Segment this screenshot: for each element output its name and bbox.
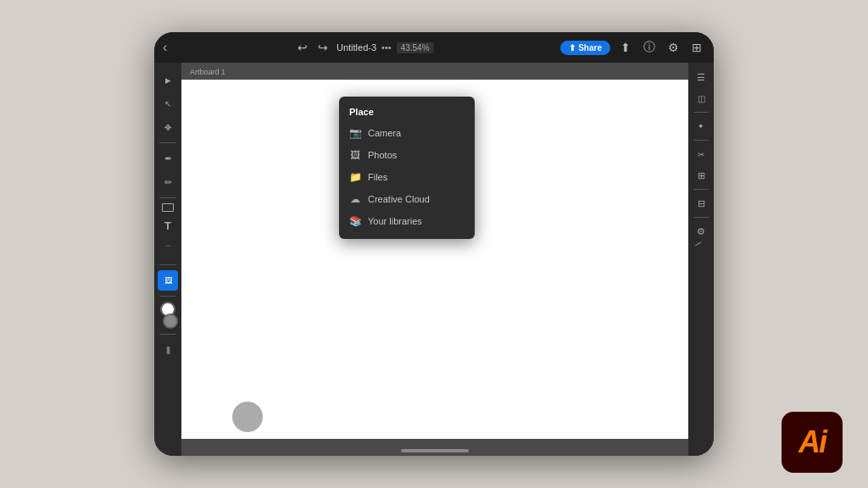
photos-icon: 🖼 — [349, 149, 361, 161]
rtool-layers[interactable]: ◫ — [692, 89, 710, 108]
tool-columns[interactable]: ||| — [158, 340, 178, 360]
main-content: ▸ ↖ ✥ ✒ ✏ T ⌒ 🖼 ||| Artboard 1 Place — [154, 63, 714, 456]
undo-button[interactable]: ↩ — [294, 39, 311, 56]
scroll-handle[interactable] — [232, 402, 263, 432]
rtool-transform[interactable]: ✦ — [692, 117, 710, 136]
document-title[interactable]: Untitled-3 — [337, 42, 376, 53]
tool-place[interactable]: 🖼 — [158, 270, 178, 291]
settings-button[interactable]: ⚙ — [665, 39, 682, 56]
creative-cloud-icon: ☁ — [349, 193, 361, 205]
layout-button[interactable]: ⊞ — [688, 39, 705, 56]
back-button[interactable]: ‹ — [163, 40, 167, 55]
place-dropdown-menu: Place 📷 Camera 🖼 Photos 📁 Files ☁ Creati… — [339, 97, 475, 239]
tool-direct-select[interactable]: ↖ — [158, 93, 178, 114]
place-files-label: Files — [368, 172, 387, 182]
undo-redo-group: ↩ ↪ — [294, 39, 331, 56]
rtoolbar-separator-3 — [693, 189, 709, 190]
tool-pen[interactable]: ✒ — [158, 148, 178, 169]
tool-select[interactable]: ▸ — [158, 69, 178, 90]
tool-reshape[interactable]: ⌒ — [158, 239, 178, 259]
toolbar-separator-2 — [159, 197, 176, 198]
place-creative-cloud-label: Creative Cloud — [368, 194, 430, 204]
home-indicator — [401, 449, 469, 452]
top-bar-right: ⬆ Share ⬆ ⓘ ⚙ ⊞ — [560, 39, 705, 56]
tool-shape[interactable] — [162, 203, 174, 212]
top-bar: ‹ ↩ ↪ Untitled-3 ••• 43.54% ⬆ Share ⬆ ⓘ … — [154, 32, 714, 63]
place-menu-item-files[interactable]: 📁 Files — [339, 166, 475, 188]
tool-type[interactable]: T — [158, 215, 178, 236]
rtoolbar-separator-2 — [693, 140, 709, 141]
tablet-frame: ‹ ↩ ↪ Untitled-3 ••• 43.54% ⬆ Share ⬆ ⓘ … — [154, 32, 714, 456]
place-menu-item-creative-cloud[interactable]: ☁ Creative Cloud — [339, 188, 475, 210]
artboard-label: Artboard 1 — [190, 68, 225, 76]
top-bar-center: ↩ ↪ Untitled-3 ••• 43.54% — [294, 39, 434, 56]
top-bar-left: ‹ — [163, 40, 167, 55]
place-menu-title: Place — [339, 103, 475, 122]
export-button[interactable]: ⬆ — [617, 39, 634, 56]
files-icon: 📁 — [349, 171, 361, 183]
toolbar-separator-1 — [159, 142, 176, 143]
place-menu-item-camera[interactable]: 📷 Camera — [339, 122, 475, 144]
rtool-grid[interactable]: ⊞ — [692, 166, 710, 185]
toolbar-separator-5 — [159, 334, 176, 335]
zoom-level[interactable]: 43.54% — [397, 42, 434, 53]
tool-pencil[interactable]: ✏ — [158, 172, 178, 192]
tool-transform[interactable]: ✥ — [158, 117, 178, 137]
place-photos-label: Photos — [368, 150, 397, 160]
ai-badge-text: Ai — [798, 424, 826, 460]
libraries-icon: 📚 — [349, 215, 361, 227]
canvas-area: Artboard 1 Place 📷 Camera 🖼 Photos 📁 Fil… — [181, 63, 688, 456]
rtoolbar-separator-1 — [693, 112, 709, 113]
share-icon: ⬆ — [569, 43, 576, 53]
info-button[interactable]: ⓘ — [641, 39, 658, 56]
place-menu-item-photos[interactable]: 🖼 Photos — [339, 144, 475, 166]
camera-icon: 📷 — [349, 127, 361, 139]
right-toolbar: ☰ ◫ ✦ ✂ ⊞ ⊟ ⚙ / — [688, 63, 714, 456]
rtool-cut[interactable]: ✂ — [692, 145, 710, 164]
toolbar-separator-3 — [159, 264, 176, 265]
share-button[interactable]: ⬆ Share — [560, 41, 610, 55]
ai-badge: Ai — [782, 412, 843, 473]
place-menu-item-libraries[interactable]: 📚 Your libraries — [339, 210, 475, 232]
rtool-properties[interactable]: ☰ — [692, 68, 710, 86]
stroke-color-swatch[interactable] — [163, 313, 178, 329]
rtool-brush[interactable]: / — [687, 239, 714, 265]
share-label: Share — [578, 43, 602, 53]
rtoolbar-separator-4 — [693, 217, 709, 218]
rtool-zoom[interactable]: ⊟ — [692, 194, 710, 213]
document-dots[interactable]: ••• — [381, 42, 392, 53]
rtool-settings[interactable]: ⚙ — [692, 222, 710, 241]
redo-button[interactable]: ↪ — [314, 39, 331, 56]
place-camera-label: Camera — [368, 128, 401, 138]
left-toolbar: ▸ ↖ ✥ ✒ ✏ T ⌒ 🖼 ||| — [154, 63, 181, 456]
toolbar-separator-4 — [159, 296, 176, 297]
place-libraries-label: Your libraries — [368, 216, 422, 226]
